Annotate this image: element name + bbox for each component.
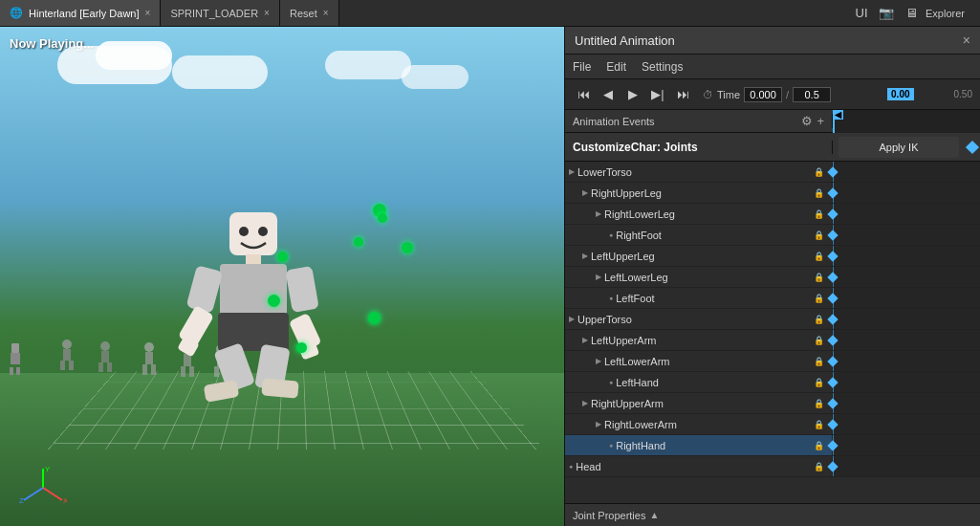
lock-icon[interactable]: 🔒 <box>814 399 824 408</box>
joint-timeline-area <box>833 414 980 434</box>
joint-timeline-area <box>833 393 980 413</box>
lock-icon[interactable]: 🔒 <box>814 336 824 345</box>
panel-close-button[interactable]: × <box>963 33 970 48</box>
svg-text:Z: Z <box>19 496 24 505</box>
settings-icon[interactable]: ⚙ <box>801 114 813 128</box>
lock-icon[interactable]: 🔒 <box>814 294 824 303</box>
joint-name-label: RightLowerLeg <box>604 208 675 220</box>
svg-rect-2 <box>60 361 65 370</box>
expand-icon[interactable]: ▶ <box>582 188 588 197</box>
expand-icon[interactable]: ▶ <box>569 315 575 323</box>
tab-close-reset[interactable]: × <box>323 8 329 18</box>
ik-dot-left-foot[interactable] <box>296 342 307 353</box>
joint-row[interactable]: ▶RightLowerLeg🔒 <box>565 204 980 225</box>
ik-dot-right-hand[interactable] <box>368 312 381 324</box>
leaf-dot-icon: ● <box>609 295 613 301</box>
axis-indicator: Y X Z <box>19 464 67 515</box>
apply-ik-button[interactable]: Apply IK <box>838 137 959 158</box>
joint-row[interactable]: ▶LeftLowerLeg🔒 <box>565 267 980 288</box>
joint-row[interactable]: ▶LowerTorso🔒 <box>565 162 980 183</box>
skip-start-button[interactable]: ⏮ <box>573 84 594 105</box>
viewport[interactable]: Now Playing... <box>0 27 564 526</box>
joint-row[interactable]: ▶RightUpperLeg🔒 <box>565 183 980 204</box>
ik-dot-chest[interactable] <box>354 237 363 247</box>
expand-icon[interactable]: ▶ <box>582 336 588 344</box>
menu-edit[interactable]: Edit <box>606 60 626 74</box>
tab-reset[interactable]: Reset × <box>280 0 339 26</box>
joint-row[interactable]: ▶RightUpperArm🔒 <box>565 393 980 414</box>
joint-name-label: UpperTorso <box>577 314 632 325</box>
ik-dot-left-hand[interactable] <box>268 295 280 307</box>
play-button[interactable]: ▶ <box>622 84 643 105</box>
add-event-icon[interactable]: + <box>817 114 824 128</box>
lock-icon[interactable]: 🔒 <box>814 230 824 240</box>
lock-icon[interactable]: 🔒 <box>814 462 824 471</box>
lock-icon[interactable]: 🔒 <box>814 441 824 450</box>
joint-name-label: LeftUpperArm <box>591 335 656 346</box>
menu-bar: File Edit Settings <box>565 55 980 79</box>
joint-row[interactable]: ▶UpperTorso🔒 <box>565 309 980 330</box>
tab-label-reset: Reset <box>290 8 317 19</box>
tab-close-hinterland[interactable]: × <box>145 8 151 18</box>
lock-icon[interactable]: 🔒 <box>814 420 824 429</box>
expand-icon[interactable]: ▶ <box>582 252 588 260</box>
panel-title: Untitled Animation <box>575 33 675 48</box>
duration-input[interactable] <box>793 87 831 102</box>
joint-row[interactable]: ▶RightLowerArm🔒 <box>565 414 980 435</box>
time-value-input[interactable] <box>744 87 782 102</box>
joint-row[interactable]: ▶LeftUpperLeg🔒 <box>565 246 980 267</box>
joint-timeline-area <box>833 330 980 350</box>
menu-file[interactable]: File <box>573 60 591 74</box>
lock-icon[interactable]: 🔒 <box>814 357 824 366</box>
lock-icon[interactable]: 🔒 <box>814 209 824 219</box>
joint-properties-arrow[interactable]: ▲ <box>649 510 659 520</box>
expand-icon[interactable]: ▶ <box>596 209 601 218</box>
joint-properties-bar[interactable]: Joint Properties ▲ <box>565 503 980 526</box>
joint-list-header: Animation Events ⚙ + <box>565 114 833 128</box>
expand-icon[interactable]: ▶ <box>596 357 601 365</box>
tab-hinterland[interactable]: 🌐 Hinterland [Early Dawn] × <box>0 0 161 26</box>
joint-row[interactable]: ●RightHand🔒 <box>565 435 980 456</box>
joint-timeline-area <box>833 183 980 203</box>
svg-point-8 <box>144 342 154 352</box>
ik-dot-right-shoulder[interactable] <box>402 242 413 253</box>
tab-sprint[interactable]: SPRINT_LOADER × <box>161 0 280 26</box>
next-frame-button[interactable]: ▶| <box>647 84 668 105</box>
lock-icon[interactable]: 🔒 <box>814 252 824 261</box>
joint-row[interactable]: ●LeftHand🔒 <box>565 372 980 393</box>
joint-row[interactable]: ▶LeftLowerArm🔒 <box>565 351 980 372</box>
tab-close-sprint[interactable]: × <box>264 8 270 18</box>
joint-row[interactable]: ●Head🔒 <box>565 456 980 477</box>
camera-icon[interactable]: 📷 <box>876 3 897 24</box>
joint-timeline-area <box>833 225 980 245</box>
skip-end-button[interactable]: ⏭ <box>672 84 693 105</box>
svg-rect-23 <box>246 254 261 264</box>
leaf-dot-icon: ● <box>569 463 573 470</box>
joint-toolbar: CustomizeChar: Joints Apply IK <box>565 133 980 162</box>
svg-rect-10 <box>142 364 147 375</box>
joint-name-label: RightFoot <box>616 230 662 241</box>
menu-settings[interactable]: Settings <box>642 60 683 74</box>
joint-row[interactable]: ●RightFoot🔒 <box>565 225 980 246</box>
monitor-icon[interactable]: 🖥 <box>901 3 922 24</box>
joint-row[interactable]: ▶LeftUpperArm🔒 <box>565 330 980 351</box>
joint-row[interactable]: ●LeftFoot🔒 <box>565 288 980 309</box>
lock-icon[interactable]: 🔒 <box>814 315 824 324</box>
ik-dot-left-shoulder[interactable] <box>277 252 288 262</box>
ui-button[interactable]: UI <box>851 3 872 24</box>
expand-icon[interactable]: ▶ <box>569 167 575 176</box>
lock-icon[interactable]: 🔒 <box>814 188 824 198</box>
lock-icon[interactable]: 🔒 <box>814 273 824 282</box>
expand-icon[interactable]: ▶ <box>582 399 588 407</box>
joint-name-label: RightUpperLeg <box>591 187 662 199</box>
expand-icon[interactable]: ▶ <box>596 273 601 281</box>
lock-icon[interactable]: 🔒 <box>814 167 824 177</box>
ik-dot-neck[interactable] <box>378 213 387 223</box>
expand-icon[interactable]: ▶ <box>596 420 601 428</box>
leaf-dot-icon: ● <box>609 442 613 449</box>
tab-icon: 🌐 <box>10 7 23 19</box>
lock-icon[interactable]: 🔒 <box>814 378 824 387</box>
current-time-marker: 0.00 <box>887 88 913 100</box>
joint-name-label: LowerTorso <box>577 166 632 178</box>
prev-frame-button[interactable]: ◀ <box>598 84 619 105</box>
